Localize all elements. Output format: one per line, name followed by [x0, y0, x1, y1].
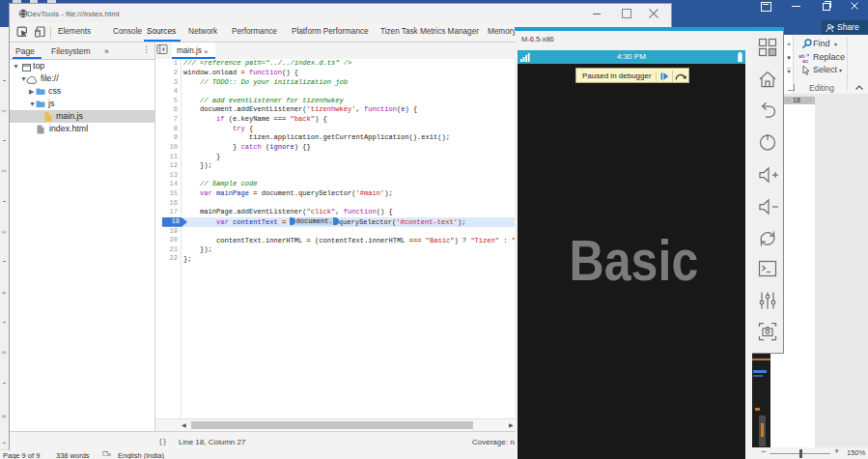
svg-text:ac: ac — [802, 58, 808, 64]
